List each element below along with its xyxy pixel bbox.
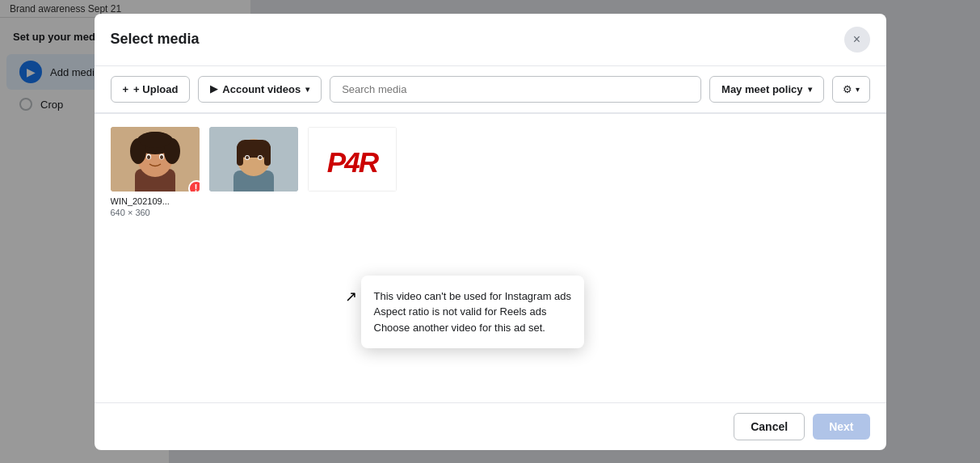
filter-icon: ⚙: [843, 83, 852, 95]
filter-button[interactable]: ⚙ ▾: [832, 76, 870, 103]
media-size-1: 640 × 360: [111, 208, 200, 217]
cursor-pointer: ↗: [345, 288, 357, 305]
media-thumb-3: P4R: [308, 127, 397, 192]
select-media-modal: Select media × + + Upload ▶ Account vide…: [95, 14, 886, 450]
modal-overlay: Select media × + + Upload ▶ Account vide…: [0, 0, 980, 463]
svg-point-10: [147, 155, 150, 159]
svg-rect-18: [264, 145, 271, 166]
next-button[interactable]: Next: [813, 414, 869, 440]
media-label-1: WIN_202109...: [111, 196, 200, 206]
upload-label: + Upload: [133, 83, 178, 95]
account-videos-chevron-icon: ▾: [305, 85, 309, 94]
modal-content: ! WIN_202109... 640 × 360: [95, 114, 886, 402]
media-item-2[interactable]: [209, 127, 298, 217]
video-icon: ▶: [210, 83, 217, 95]
tooltip-line2: Aspect ratio is not valid for Reels ads: [374, 304, 572, 320]
svg-point-7: [139, 132, 171, 148]
modal-header: Select media ×: [95, 14, 886, 66]
tooltip-line3: Choose another video for this ad set.: [374, 320, 572, 336]
media-thumb-1: !: [111, 127, 200, 192]
policy-label: May meet policy: [721, 83, 802, 95]
modal-title: Select media: [111, 31, 200, 48]
policy-chevron-icon: ▾: [808, 85, 812, 94]
svg-point-21: [246, 156, 249, 159]
search-input[interactable]: [330, 76, 701, 103]
svg-text:P4R: P4R: [326, 145, 379, 177]
tooltip-line1: This video can't be used for Instagram a…: [374, 288, 572, 305]
modal-footer: Cancel Next: [95, 402, 886, 450]
policy-filter-button[interactable]: May meet policy ▾: [709, 76, 823, 103]
media-thumb-2: [209, 127, 298, 192]
modal-toolbar: + + Upload ▶ Account videos ▾ May meet p…: [95, 66, 886, 113]
modal-close-button[interactable]: ×: [844, 27, 870, 53]
upload-button[interactable]: + + Upload: [111, 76, 191, 103]
account-videos-button[interactable]: ▶ Account videos ▾: [198, 76, 322, 103]
media-grid: ! WIN_202109... 640 × 360: [111, 127, 870, 217]
svg-point-11: [160, 155, 163, 159]
cancel-button[interactable]: Cancel: [734, 413, 805, 440]
account-videos-label: Account videos: [222, 83, 301, 95]
media-item-3[interactable]: P4R: [308, 127, 397, 217]
upload-icon: +: [123, 83, 129, 95]
svg-point-22: [259, 156, 262, 159]
svg-rect-17: [237, 145, 243, 166]
filter-chevron-icon: ▾: [856, 85, 860, 94]
error-tooltip: This video can't be used for Instagram a…: [361, 276, 585, 349]
media-item-1[interactable]: ! WIN_202109... 640 × 360: [111, 127, 200, 217]
